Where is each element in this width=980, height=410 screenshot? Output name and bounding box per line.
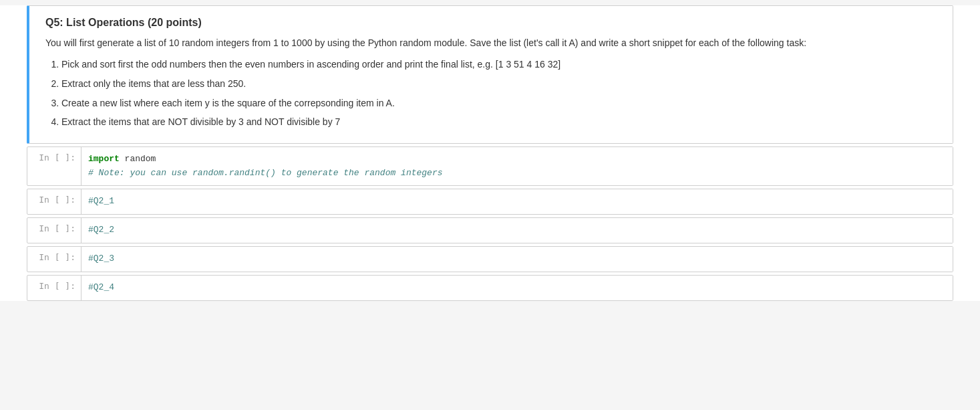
q2-1-content: #Q2_1 <box>88 196 114 206</box>
q2-1-label: In [ ]: <box>27 189 81 214</box>
import-cell-label: In [ ]: <box>27 147 81 186</box>
notebook-container: Q5: List Operations (20 points) You will… <box>0 5 980 301</box>
q2-4-cell[interactable]: In [ ]: #Q2_4 <box>27 275 953 301</box>
q2-2-label: In [ ]: <box>27 218 81 243</box>
question-description: You will first generate a list of 10 ran… <box>45 35 937 50</box>
import-line2: # Note: you can use random.randint() to … <box>88 167 946 181</box>
q2-1-input[interactable]: #Q2_1 <box>81 189 953 214</box>
markdown-cell: Q5: List Operations (20 points) You will… <box>27 5 953 144</box>
import-rest: random <box>120 154 156 164</box>
q2-2-cell[interactable]: In [ ]: #Q2_2 <box>27 217 953 243</box>
q2-1-cell[interactable]: In [ ]: #Q2_1 <box>27 189 953 215</box>
q2-4-input[interactable]: #Q2_4 <box>81 276 953 300</box>
task-1: Pick and sort first the odd numbers then… <box>61 56 937 74</box>
task-4: Extract the items that are NOT divisible… <box>61 113 937 131</box>
q2-3-content: #Q2_3 <box>88 253 114 264</box>
q2-4-label: In [ ]: <box>27 276 81 300</box>
question-title: Q5: List Operations (20 points) <box>45 17 937 29</box>
task-2: Extract only the items that are less tha… <box>61 75 937 93</box>
task-3: Create a new list where each item y is t… <box>61 94 937 112</box>
import-comment: # Note: you can use random.randint() to … <box>88 168 443 178</box>
q2-4-content: #Q2_4 <box>88 282 114 292</box>
q2-2-content: #Q2_2 <box>88 225 114 235</box>
q2-3-label: In [ ]: <box>27 247 81 272</box>
q2-3-cell[interactable]: In [ ]: #Q2_3 <box>27 246 953 272</box>
task-list: Pick and sort first the odd numbers then… <box>61 56 937 130</box>
q2-3-input[interactable]: #Q2_3 <box>81 247 953 272</box>
import-keyword: import <box>88 154 120 164</box>
import-code-cell[interactable]: In [ ]: import random # Note: you can us… <box>27 146 953 187</box>
markdown-cell-content: Q5: List Operations (20 points) You will… <box>35 9 947 140</box>
import-cell-input[interactable]: import random # Note: you can use random… <box>81 147 953 186</box>
import-line1: import random <box>88 152 946 167</box>
q2-2-input[interactable]: #Q2_2 <box>81 218 953 243</box>
